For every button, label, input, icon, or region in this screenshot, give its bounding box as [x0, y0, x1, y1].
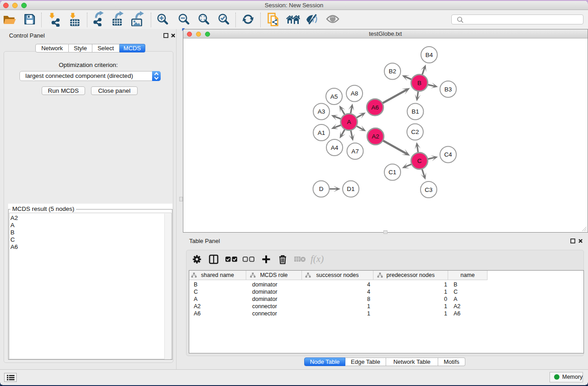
- svg-text:A8: A8: [351, 90, 359, 97]
- svg-text:A: A: [347, 119, 351, 125]
- svg-text:C3: C3: [425, 186, 432, 193]
- svg-text:C4: C4: [444, 151, 452, 158]
- svg-text:C1: C1: [388, 169, 396, 176]
- svg-text:C: C: [417, 157, 422, 164]
- svg-text:B4: B4: [425, 52, 433, 58]
- svg-text:A3: A3: [318, 108, 325, 115]
- svg-text:B1: B1: [411, 108, 419, 115]
- svg-text:B: B: [417, 80, 421, 86]
- svg-text:D: D: [319, 186, 324, 192]
- svg-text:B3: B3: [445, 86, 452, 93]
- svg-text:A2: A2: [372, 133, 379, 140]
- svg-text:A5: A5: [330, 93, 338, 100]
- svg-text:B2: B2: [389, 68, 397, 75]
- svg-text:A6: A6: [371, 104, 379, 111]
- svg-text:A7: A7: [351, 148, 359, 155]
- svg-text:D1: D1: [347, 186, 354, 192]
- svg-text:A1: A1: [318, 129, 325, 136]
- svg-text:C2: C2: [411, 129, 419, 135]
- svg-text:A4: A4: [331, 144, 339, 151]
